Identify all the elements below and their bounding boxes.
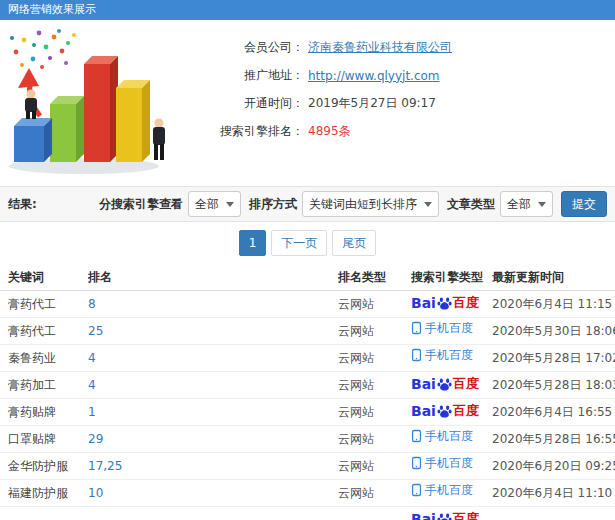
col-header-rank-type: 排名类型: [338, 264, 411, 290]
update-time-cell: 2020年6月4日 11:10: [492, 480, 615, 506]
engine-cell: 手机百度: [411, 480, 492, 506]
pagination: 1 下一页 尾页: [0, 230, 615, 256]
rank-link[interactable]: 17,25: [88, 453, 338, 479]
update-time-cell: 2020年5月28日 18:03: [492, 372, 615, 398]
mobile-baidu-icon: 手机百度: [411, 482, 473, 499]
rank-link[interactable]: 4: [88, 372, 338, 398]
rank-link[interactable]: 8: [88, 291, 338, 317]
engine-filter-label: 分搜索引擎查看: [99, 196, 183, 213]
engine-cell: Bai 百度: [411, 372, 492, 398]
yellow-bar: [116, 80, 150, 162]
company-label: 会员公司：: [186, 39, 304, 56]
update-time-cell: 2020年6月4日 11:15: [492, 291, 615, 317]
keyword-cell: 福建防护服: [0, 480, 88, 506]
update-time-cell: 2020年5月28日 16:55: [492, 426, 615, 452]
col-header-update-time: 最新更新时间: [492, 264, 615, 290]
rank-link[interactable]: 4: [88, 345, 338, 371]
last-page-button[interactable]: 尾页: [332, 230, 376, 256]
baidu-paw-icon: [437, 404, 452, 419]
engine-cell: 手机百度: [411, 318, 492, 344]
baidu-logo-icon: Bai 百度: [411, 375, 479, 393]
keyword-cell: 膏药代工: [0, 291, 88, 317]
promo-url-link[interactable]: http://www.qlyyjt.com: [308, 69, 440, 83]
company-link[interactable]: 济南秦鲁药业科技有限公司: [308, 39, 452, 56]
rank-count-value: 4895条: [308, 123, 351, 140]
field-url: 推广地址： http://www.qlyyjt.com: [186, 66, 452, 85]
table-header-row: 关键词 排名 排名类型 搜索引擎类型 最新更新时间: [0, 264, 615, 291]
baidu-logo-icon: Bai 百度: [411, 510, 479, 520]
blue-cube: [14, 118, 52, 162]
rank-type-cell: 云网站: [338, 480, 411, 506]
article-type-label: 文章类型: [447, 196, 495, 213]
submit-button[interactable]: 提交: [561, 191, 607, 217]
field-rank-count: 搜索引擎排名： 4895条: [186, 122, 452, 141]
keyword-cell: 口罩贴牌: [0, 426, 88, 452]
page-1-button[interactable]: 1: [239, 230, 267, 256]
table-row: 膏药加工 4 云网站 Bai 百度 2020年5月28日 18:03: [0, 372, 615, 399]
engine-select[interactable]: 全部: [188, 191, 241, 217]
col-header-engine-type: 搜索引擎类型: [411, 264, 492, 290]
baidu-paw-icon: [437, 512, 452, 520]
rank-type-cell: 云网站: [338, 399, 411, 425]
table-row: 金华防护服 17,25 云网站 手机百度 2020年6月20日 09:25: [0, 453, 615, 480]
rank-link[interactable]: 29: [88, 426, 338, 452]
bar-chart-illustration: [4, 26, 174, 178]
rank-type-cell: 云网站: [338, 372, 411, 398]
table-row: 口罩贴牌 29 云网站 手机百度 2020年5月28日 16:55: [0, 426, 615, 453]
confetti-dots: [10, 29, 76, 69]
keyword-cell: 膏药代工: [0, 318, 88, 344]
engine-cell: 手机百度: [411, 426, 492, 452]
engine-cell: 手机百度: [411, 453, 492, 479]
red-bar: [84, 56, 118, 162]
businessman-left: [25, 90, 37, 120]
field-open-time: 开通时间： 2019年5月27日 09:17: [186, 94, 452, 113]
mobile-baidu-icon: 手机百度: [411, 320, 473, 337]
rank-type-cell: 云网站: [338, 318, 411, 344]
chevron-down-icon: [424, 202, 432, 207]
update-time-cell: 2020年5月30日 18:06: [492, 318, 615, 344]
baidu-logo-icon: Bai 百度: [411, 294, 479, 312]
baidu-logo-icon: Bai 百度: [411, 402, 479, 420]
baidu-paw-icon: [437, 296, 452, 311]
next-page-button[interactable]: 下一页: [271, 230, 327, 256]
results-table: 关键词 排名 排名类型 搜索引擎类型 最新更新时间 膏药代工 8 云网站 Bai…: [0, 264, 615, 520]
engine-cell: Bai 百度: [411, 291, 492, 317]
update-time-cell: 2020年6月4日 16:55: [492, 399, 615, 425]
phone-icon: [411, 348, 422, 362]
rank-count-label: 搜索引擎排名：: [186, 123, 304, 140]
rank-type-cell: 云网站: [338, 345, 411, 371]
page-title: 网络营销效果展示: [8, 3, 96, 16]
article-type-select[interactable]: 全部: [500, 191, 553, 217]
rank-link[interactable]: 25: [88, 318, 338, 344]
chart-illustration-wrap: [4, 26, 176, 180]
update-time-cell: 2020年6月20日 09:25: [492, 453, 615, 479]
phone-icon: [411, 483, 422, 497]
sort-select-value: 关键词由短到长排序: [309, 196, 417, 213]
table-row: 秦鲁药业 4 云网站 手机百度 2020年5月28日 17:02: [0, 345, 615, 372]
update-time-cell: 2020年5月28日 17:02: [492, 345, 615, 371]
filter-controls: 分搜索引擎查看 全部 排序方式 关键词由短到长排序 文章类型 全部 提交: [91, 191, 607, 217]
keyword-cell: 秦鲁药业: [0, 345, 88, 371]
open-time-label: 开通时间：: [186, 95, 304, 112]
rank-type-cell: 云网站: [338, 291, 411, 317]
col-header-keyword: 关键词: [0, 264, 88, 290]
table-row-partial: Bai 百度: [0, 507, 615, 520]
url-label: 推广地址：: [186, 67, 304, 84]
businessman-right: [153, 119, 165, 161]
window-title-bar: 网络营销效果展示: [0, 0, 615, 20]
field-company: 会员公司： 济南秦鲁药业科技有限公司: [186, 38, 452, 57]
sort-filter-label: 排序方式: [249, 196, 297, 213]
phone-icon: [411, 456, 422, 470]
member-fields: 会员公司： 济南秦鲁药业科技有限公司 推广地址： http://www.qlyy…: [186, 26, 452, 180]
keyword-cell: 膏药贴牌: [0, 399, 88, 425]
sort-select[interactable]: 关键词由短到长排序: [302, 191, 439, 217]
keyword-cell: 膏药加工: [0, 372, 88, 398]
rank-type-cell: 云网站: [338, 453, 411, 479]
col-header-rank: 排名: [88, 264, 338, 290]
table-row: 膏药贴牌 1 云网站 Bai 百度 2020年6月4日 16:55: [0, 399, 615, 426]
mobile-baidu-icon: 手机百度: [411, 455, 473, 472]
engine-select-value: 全部: [195, 196, 219, 213]
table-row: 膏药代工 25 云网站 手机百度 2020年5月30日 18:06: [0, 318, 615, 345]
rank-link[interactable]: 10: [88, 480, 338, 506]
rank-link[interactable]: 1: [88, 399, 338, 425]
